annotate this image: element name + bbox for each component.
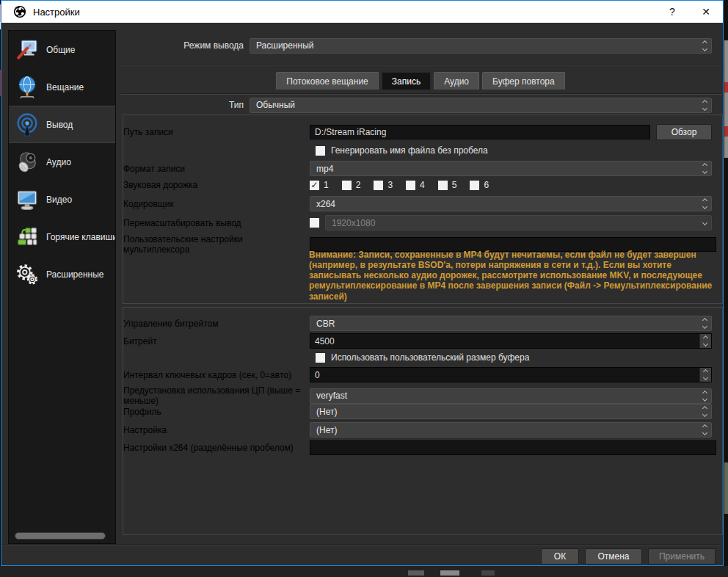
track-label: 2 [356,180,361,190]
output-tabbar: Потоковое вещание Запись Аудио Буфер пов… [119,72,722,90]
tab-label: Буфер повтора [492,76,555,87]
track-label: 6 [484,180,489,190]
tab-audio[interactable]: Аудио [434,72,479,90]
rescale-value: 1920x1080 [332,218,375,228]
recording-path-label: Путь записи [123,127,310,137]
general-icon [15,38,39,62]
chevron-down-icon [702,430,707,435]
spinner-icon [699,389,711,403]
tune-select[interactable]: (Нет) [310,422,712,438]
chevron-up-icon [703,335,708,341]
rescale-select[interactable]: 1920x1080 [325,215,712,231]
chevron-down-icon [702,105,707,110]
output-mode-value: Расширенный [256,40,314,51]
bitrate-input[interactable] [310,333,712,349]
track-checkbox-3[interactable] [374,181,383,190]
bitrate-label: Битрейт [123,336,310,346]
rate-control-value: CBR [316,319,335,329]
rate-control-select[interactable]: CBR [310,316,712,331]
type-select[interactable]: Обычный [250,98,712,113]
divider [121,64,721,65]
chevron-down-icon [703,341,708,346]
sidebar-item-label: Видео [46,195,72,205]
track-checkbox-6[interactable] [470,181,479,190]
custom-buffer-checkbox[interactable] [316,353,325,363]
track-checkbox-2[interactable] [342,181,352,190]
encoder-row: Кодировщик x264 [123,196,722,211]
format-select[interactable]: mp4 [310,161,712,176]
recording-path-input[interactable] [310,125,650,139]
keyint-input[interactable] [310,367,712,382]
tab-replay-buffer[interactable]: Буфер повтора [482,72,565,90]
mux-label: Пользовательские настройки мультиплексор… [123,234,310,255]
profile-row: Профиль (Нет) [123,404,722,419]
cancel-button[interactable]: Отмена [585,548,642,565]
x264opts-input[interactable] [310,440,716,455]
tab-label: Аудио [444,76,469,87]
chevron-down-icon [702,46,707,51]
encoder-label: Кодировщик [123,199,310,209]
help-button[interactable]: ? [655,1,689,23]
encoder-value: x264 [316,199,335,209]
tab-recording[interactable]: Запись [382,72,431,90]
track-checkbox-4[interactable] [406,181,415,190]
audio-track-label: Звуковая дорожка [123,180,310,190]
track-checkbox-5[interactable] [438,181,448,190]
spinner-icon [699,404,711,418]
chevron-down-icon [702,204,707,209]
sidebar-item-advanced[interactable]: Расширенные [9,255,115,293]
rescale-checkbox[interactable] [310,218,319,228]
format-row: Формат записи mp4 [123,161,722,176]
sidebar-item-output[interactable]: Вывод [9,106,115,143]
track-label: 3 [387,180,393,190]
obs-logo-icon [13,5,26,18]
sidebar-item-stream[interactable]: Вещание [9,68,115,106]
spinner-icon [699,162,711,175]
preset-label: Предустановка использования ЦП (выше = м… [123,385,310,406]
sidebar-item-audio[interactable]: Аудио [9,143,115,181]
encoder-settings-group: Управление битрейтом CBR Битрейт Использ… [123,307,723,535]
chevron-down-icon [703,375,708,380]
sidebar: Общие Вещание [8,30,116,544]
tab-label: Запись [392,76,421,87]
mp4-warning: Внимание: Записи, сохраненные в MP4 буду… [309,250,714,302]
bitrate-value-field[interactable] [310,334,699,348]
keyint-row: Интервал ключевых кадров (сек, 0=авто) [123,367,722,382]
chevron-up-icon [703,369,708,374]
audio-track-row: Звуковая дорожка 1 2 3 4 5 6 [123,180,722,190]
audio-icon [15,150,39,174]
type-value: Обычный [256,100,295,110]
rate-control-label: Управление битрейтом [123,319,310,329]
ok-button[interactable]: ОК [541,548,579,565]
spinner-icon [699,216,711,230]
track-checkbox-1[interactable] [310,181,319,190]
sidebar-scrollbar[interactable] [15,532,106,540]
x264opts-label: Настройки x264 (разделённые пробелом) [123,443,310,453]
profile-label: Профиль [123,407,310,417]
sidebar-item-label: Горячие клавиши [46,232,115,242]
spinner-icon [699,197,711,211]
spinner-icon [699,39,711,53]
close-button[interactable]: ✕ [689,1,723,23]
no-space-label: Генерировать имя файла без пробела [331,145,488,156]
chevron-down-icon [702,324,707,329]
rate-control-row: Управление битрейтом CBR [123,316,722,331]
profile-select[interactable]: (Нет) [310,404,712,419]
keyint-value-field[interactable] [310,368,699,382]
sidebar-item-general[interactable]: Общие [9,31,115,68]
window-title: Настройки [33,7,80,18]
tab-streaming[interactable]: Потоковое вещание [276,72,379,90]
tune-row: Настройка (Нет) [123,422,722,438]
encoder-select[interactable]: x264 [310,196,712,211]
browse-button[interactable]: Обзор [656,124,712,140]
custom-buffer-row: Использовать пользовательский размер буф… [123,352,722,363]
apply-button[interactable]: Применить [648,548,716,565]
preset-select[interactable]: veryfast [310,388,712,404]
sidebar-item-hotkeys[interactable]: Горячие клавиши [9,218,115,255]
spinner-icon [699,334,711,348]
sidebar-item-video[interactable]: Видео [9,181,115,218]
output-mode-select[interactable]: Расширенный [250,38,712,54]
no-space-checkbox[interactable] [316,146,325,156]
settings-dialog: Настройки ? ✕ Общие [1,0,724,566]
spinner-icon [699,423,711,437]
